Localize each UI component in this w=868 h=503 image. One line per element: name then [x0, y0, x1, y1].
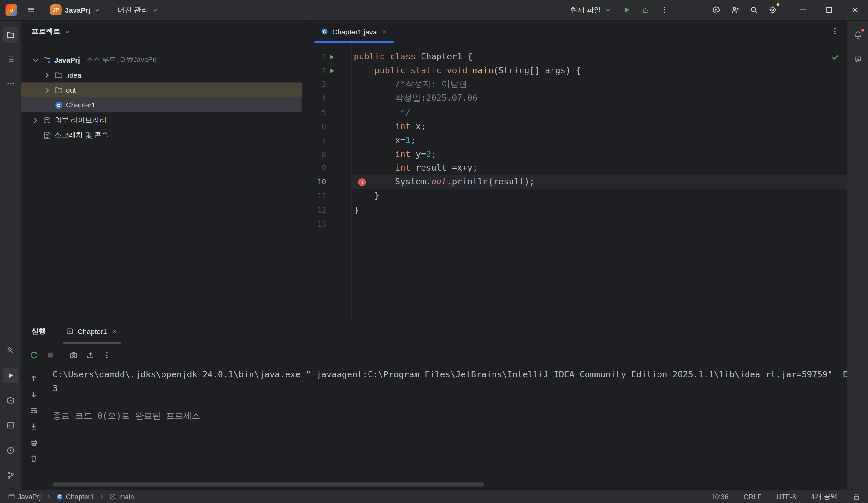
error-marker-icon[interactable] [358, 178, 366, 186]
tree-item-javaprj[interactable]: JavaPrj소스 루트, D:₩JavaPrj [21, 53, 302, 68]
minimize-icon [798, 6, 807, 14]
screenshot-icon[interactable] [69, 351, 78, 360]
run-toolwindow-button[interactable] [2, 368, 18, 383]
breadcrumb-label: Chapter1 [66, 493, 94, 501]
build-toolwindow-button[interactable] [2, 343, 18, 359]
print-icon[interactable] [29, 438, 38, 447]
svg-text:C: C [323, 29, 326, 34]
unlock-icon[interactable] [852, 493, 860, 501]
tree-item-chapter1[interactable]: CChapter1 [21, 98, 302, 112]
problems-toolwindow-button[interactable] [2, 443, 18, 458]
folder-icon [54, 71, 63, 80]
console-line: 3 [53, 382, 847, 396]
close-icon [851, 6, 859, 14]
ai-chat-toolwindow-button[interactable] [850, 51, 866, 67]
git-branch-widget[interactable]: main [109, 493, 134, 501]
chevron-right-icon[interactable] [43, 71, 51, 80]
close-button[interactable] [842, 0, 868, 20]
breadcrumb-project[interactable]: JavaPrj [8, 493, 41, 501]
run-line-icon[interactable] [328, 53, 335, 61]
more-actions-button[interactable] [656, 2, 673, 18]
editor-tab-chapter1[interactable]: C Chapter1.java [314, 21, 394, 43]
more-toolwindows-button[interactable] [2, 76, 18, 91]
indent-style[interactable]: 4개 공백 [811, 492, 837, 501]
run-icon [6, 371, 14, 380]
svg-text:C: C [57, 103, 61, 108]
code-with-me-button[interactable] [727, 2, 744, 18]
stop-icon[interactable] [46, 351, 55, 360]
code-line-10: System.out.println(result); [352, 175, 847, 189]
rerun-icon[interactable] [29, 351, 38, 360]
ai-assistant-button[interactable] [708, 2, 725, 18]
maximize-button[interactable] [816, 0, 842, 20]
version-control-toolwindow-button[interactable] [2, 467, 18, 483]
line-separator[interactable]: CRLF [743, 493, 761, 501]
run-config-selector[interactable]: 현재 파일 [566, 2, 616, 18]
tree-item-label: .idea [66, 71, 81, 79]
chevron-down-icon[interactable] [31, 56, 40, 64]
main-menu-button[interactable] [23, 2, 40, 18]
kebab-icon[interactable] [103, 351, 111, 360]
breadcrumb-file[interactable]: C Chapter1 [56, 493, 94, 501]
tree-item-scratches[interactable]: 스크래치 및 콘솔 [21, 128, 302, 142]
editor-pane: C Chapter1.java [310, 21, 847, 319]
export-icon[interactable] [86, 351, 95, 360]
scroll-to-end-icon[interactable] [29, 422, 38, 431]
file-encoding[interactable]: UTF-8 [776, 493, 796, 501]
chevron-down-icon [604, 6, 612, 13]
vcs-widget[interactable]: 버전 관리 [113, 2, 163, 18]
tree-item-external-libraries[interactable]: 외부 라이브러리 [21, 112, 302, 127]
horizontal-scrollbar[interactable] [53, 482, 484, 486]
project-toolwindow-button[interactable] [2, 27, 18, 43]
run-icon [622, 6, 631, 14]
chevron-down-icon[interactable] [64, 28, 71, 36]
code-line-13 [352, 217, 847, 231]
run-button[interactable] [618, 2, 635, 18]
bug-icon [641, 6, 650, 14]
soft-wrap-icon[interactable] [29, 406, 38, 415]
more-horizontal-icon [6, 79, 14, 88]
close-icon[interactable] [381, 28, 388, 36]
minimize-button[interactable] [790, 0, 816, 20]
close-icon[interactable] [111, 328, 118, 335]
tree-item-out[interactable]: out [21, 82, 302, 97]
terminal-toolwindow-button[interactable] [2, 418, 18, 433]
code-editor[interactable]: 12345678910111213 public class Chapter1 … [310, 43, 847, 319]
tree-item-label: JavaPrj [54, 56, 80, 64]
debug-button[interactable] [637, 2, 654, 18]
editor-tab-label: Chapter1.java [332, 28, 377, 36]
services-icon [6, 396, 14, 405]
gutter-line-5: 5 [310, 105, 351, 119]
line-number: 12 [318, 206, 326, 214]
project-widget[interactable]: JP JavaPrj [46, 2, 105, 18]
run-toolwindow-header: 실행 Chapter1 [21, 319, 847, 343]
caret-position[interactable]: 10:36 [711, 493, 728, 501]
run-line-icon[interactable] [328, 67, 335, 74]
editor-tab-options[interactable] [830, 26, 839, 37]
library-icon [43, 115, 51, 124]
search-everywhere-button[interactable] [746, 2, 762, 18]
ai-assistant-icon [712, 6, 721, 14]
console-output[interactable]: C:\Users\damdd\.jdks\openjdk-24.0.1\bin\… [46, 366, 847, 490]
settings-button[interactable] [765, 2, 781, 18]
notifications-button[interactable] [850, 27, 866, 43]
chevron-right-icon[interactable] [43, 85, 51, 94]
editor-gutter: 12345678910111213 [310, 43, 352, 319]
gutter-line-1: 1 [310, 50, 351, 64]
svg-text:C: C [58, 494, 61, 499]
arrow-down-icon[interactable] [29, 390, 38, 399]
code-line-11: } [352, 189, 847, 203]
tree-item-label: 스크래치 및 콘솔 [54, 130, 108, 140]
arrow-up-icon[interactable] [29, 374, 38, 383]
gear-icon [768, 6, 777, 14]
structure-toolwindow-button[interactable] [2, 51, 18, 67]
inspections-ok-icon[interactable] [831, 53, 840, 62]
run-tab-chapter1[interactable]: Chapter1 [60, 319, 124, 343]
tree-item-idea[interactable]: .idea [21, 68, 302, 82]
services-toolwindow-button[interactable] [2, 393, 18, 408]
chevron-right-icon[interactable] [31, 115, 40, 124]
left-strip-top [2, 27, 18, 92]
left-strip-bottom [2, 343, 18, 483]
project-window-icon [8, 493, 15, 500]
clear-console-icon[interactable] [29, 454, 38, 463]
